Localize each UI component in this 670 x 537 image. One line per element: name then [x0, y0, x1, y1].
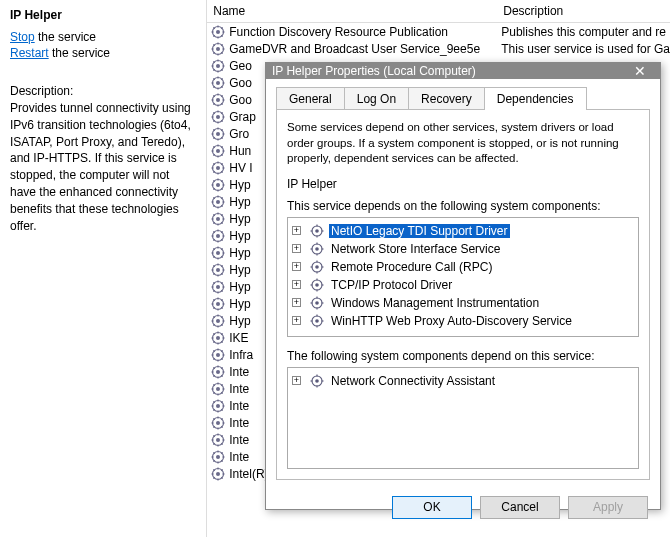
gear-icon	[211, 263, 225, 277]
gear-icon	[211, 314, 225, 328]
tree-label: Remote Procedure Call (RPC)	[329, 260, 494, 274]
service-desc: This user service is used for Ga	[495, 42, 670, 56]
gear-icon	[211, 229, 225, 243]
gear-icon	[309, 241, 325, 257]
service-name: GameDVR and Broadcast User Service_9ee5e	[229, 42, 495, 56]
gear-icon	[211, 178, 225, 192]
gear-icon	[211, 399, 225, 413]
tree-expander-icon[interactable]: +	[292, 376, 301, 385]
service-desc: Publishes this computer and re	[495, 25, 670, 39]
service-row[interactable]: Function Discovery Resource PublicationP…	[207, 23, 670, 40]
tree-label: NetIO Legacy TDI Support Driver	[329, 224, 510, 238]
gear-icon	[211, 76, 225, 90]
restart-link[interactable]: Restart	[10, 46, 49, 60]
tree-expander-icon[interactable]: +	[292, 298, 301, 307]
tree-expander-icon[interactable]: +	[292, 280, 301, 289]
gear-icon	[211, 433, 225, 447]
gear-icon	[211, 280, 225, 294]
gear-icon	[309, 373, 325, 389]
dialog-title: IP Helper Properties (Local Computer)	[272, 64, 626, 78]
service-name: Function Discovery Resource Publication	[229, 25, 495, 39]
gear-icon	[309, 223, 325, 239]
gear-icon	[211, 467, 225, 481]
gear-icon	[211, 127, 225, 141]
tab-body-dependencies: Some services depend on other services, …	[276, 109, 650, 480]
depends-on-tree[interactable]: +NetIO Legacy TDI Support Driver+Network…	[287, 217, 639, 337]
dialog-titlebar[interactable]: IP Helper Properties (Local Computer) ✕	[266, 63, 660, 79]
properties-dialog: IP Helper Properties (Local Computer) ✕ …	[265, 62, 661, 510]
description-text: Provides tunnel connectivity using IPv6 …	[10, 100, 196, 234]
gear-icon	[211, 450, 225, 464]
tab-strip: GeneralLog OnRecoveryDependencies	[266, 79, 660, 110]
tree-item[interactable]: +Network Connectivity Assistant	[292, 372, 634, 390]
tree-label: Network Connectivity Assistant	[329, 374, 497, 388]
dialog-service-name: IP Helper	[287, 177, 639, 191]
gear-icon	[211, 59, 225, 73]
depends-on-label: This service depends on the following sy…	[287, 199, 639, 213]
gear-icon	[211, 212, 225, 226]
gear-icon	[309, 313, 325, 329]
tree-expander-icon[interactable]: +	[292, 316, 301, 325]
dependent-label: The following system components depend o…	[287, 349, 639, 363]
gear-icon	[211, 110, 225, 124]
gear-icon	[211, 382, 225, 396]
gear-icon	[211, 297, 225, 311]
ok-button[interactable]: OK	[392, 496, 472, 519]
dependent-tree[interactable]: +Network Connectivity Assistant	[287, 367, 639, 469]
tree-label: Network Store Interface Service	[329, 242, 502, 256]
tree-expander-icon[interactable]: +	[292, 262, 301, 271]
stop-link[interactable]: Stop	[10, 30, 35, 44]
dependencies-intro: Some services depend on other services, …	[287, 120, 639, 167]
tree-item[interactable]: +TCP/IP Protocol Driver	[292, 276, 634, 294]
cancel-button[interactable]: Cancel	[480, 496, 560, 519]
tree-item[interactable]: +WinHTTP Web Proxy Auto-Discovery Servic…	[292, 312, 634, 330]
tree-label: TCP/IP Protocol Driver	[329, 278, 454, 292]
dialog-button-row: OK Cancel Apply	[266, 490, 660, 531]
tree-expander-icon[interactable]: +	[292, 226, 301, 235]
close-icon[interactable]: ✕	[626, 63, 654, 79]
gear-icon	[211, 42, 225, 56]
gear-icon	[309, 295, 325, 311]
tab-recovery[interactable]: Recovery	[408, 87, 485, 110]
tree-label: WinHTTP Web Proxy Auto-Discovery Service	[329, 314, 574, 328]
service-row[interactable]: GameDVR and Broadcast User Service_9ee5e…	[207, 40, 670, 57]
gear-icon	[211, 25, 225, 39]
tree-item[interactable]: +NetIO Legacy TDI Support Driver	[292, 222, 634, 240]
column-description[interactable]: Description	[497, 0, 670, 22]
gear-icon	[211, 365, 225, 379]
tree-item[interactable]: +Windows Management Instrumentation	[292, 294, 634, 312]
gear-icon	[211, 161, 225, 175]
gear-icon	[211, 195, 225, 209]
gear-icon	[211, 416, 225, 430]
gear-icon	[211, 331, 225, 345]
column-headers: Name Description	[207, 0, 670, 23]
details-pane: IP Helper Stop the service Restart the s…	[0, 0, 207, 537]
tree-item[interactable]: +Remote Procedure Call (RPC)	[292, 258, 634, 276]
apply-button[interactable]: Apply	[568, 496, 648, 519]
gear-icon	[211, 144, 225, 158]
description-label: Description:	[10, 84, 196, 98]
gear-icon	[211, 348, 225, 362]
gear-icon	[211, 246, 225, 260]
tab-log-on[interactable]: Log On	[344, 87, 409, 110]
tree-label: Windows Management Instrumentation	[329, 296, 541, 310]
gear-icon	[309, 277, 325, 293]
tree-expander-icon[interactable]: +	[292, 244, 301, 253]
service-title: IP Helper	[10, 8, 196, 22]
tree-item[interactable]: +Network Store Interface Service	[292, 240, 634, 258]
gear-icon	[309, 259, 325, 275]
column-name[interactable]: Name	[207, 0, 497, 22]
gear-icon	[211, 93, 225, 107]
tab-dependencies[interactable]: Dependencies	[484, 87, 587, 110]
tab-general[interactable]: General	[276, 87, 345, 110]
